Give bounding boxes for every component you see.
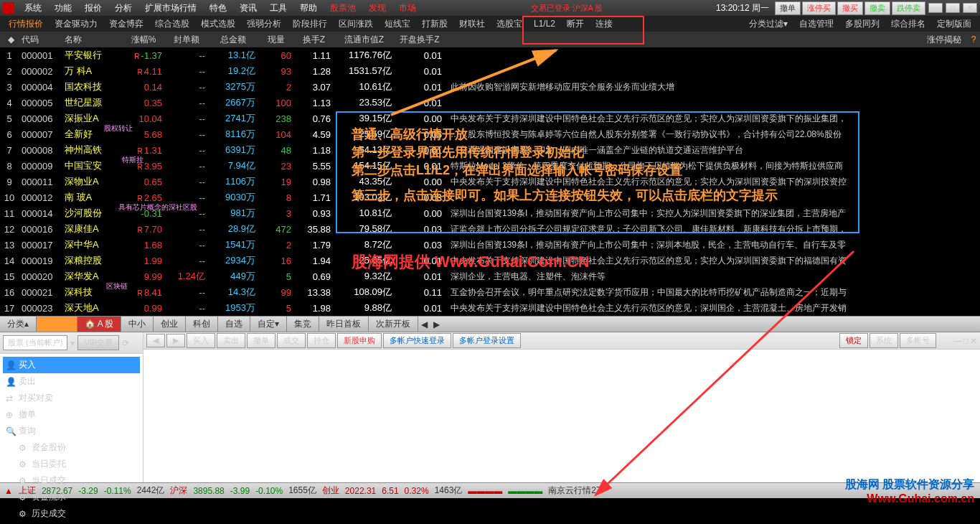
help-icon[interactable]: ?: [967, 34, 980, 45]
tab-财联社[interactable]: 财联社: [453, 18, 491, 30]
tab-强弱分析[interactable]: 强弱分析: [241, 18, 287, 30]
btab-中小[interactable]: 中小: [121, 317, 154, 332]
btab-科创[interactable]: 科创: [186, 317, 218, 332]
tab-打新股[interactable]: 打新股: [416, 18, 453, 30]
tab-L1/L2[interactable]: L1/L2: [528, 19, 561, 29]
table-row[interactable]: 16 000021 深科技 R8.41 -- 14.3亿 99 13.38 10…: [0, 284, 980, 300]
scroll-right-icon[interactable]: ▶: [430, 319, 443, 329]
menu-发现[interactable]: 发现: [363, 2, 392, 14]
btab-昨日首板[interactable]: 昨日首板: [319, 317, 369, 332]
tab-断开[interactable]: 断开: [561, 18, 590, 30]
index-name[interactable]: 上证: [19, 485, 36, 497]
table-row[interactable]: 13 000017 深中华A 1.68 -- 1541万 2 1.79 8.72…: [0, 237, 980, 253]
table-row[interactable]: 2 000002 万 科A R4.11 -- 19.2亿 93 1.28 153…: [0, 63, 980, 79]
topbtn-涨停买[interactable]: 涨停买: [802, 1, 836, 15]
menu-功能[interactable]: 功能: [49, 2, 77, 14]
col-secret[interactable]: 涨停揭秘: [917, 34, 967, 46]
col-turn[interactable]: 换手Z: [294, 34, 334, 46]
table-row[interactable]: 15 000020 深华发A 9.99 1.24亿 449万 5 0.69 9.…: [0, 268, 980, 284]
index-name[interactable]: 沪深: [170, 485, 187, 497]
tree-资金股份[interactable]: ⚙资金股份: [16, 439, 140, 456]
table-row[interactable]: 8 000009 中国宝安 R3.95 -- 7.94亿 23 5.55 154…: [0, 158, 980, 174]
rtab-定制版面[interactable]: 定制版面: [931, 18, 977, 30]
maximize-icon[interactable]: □: [946, 3, 960, 13]
tree-当日委托[interactable]: ⚙当日委托: [16, 456, 140, 472]
tree-撤单[interactable]: ⊕撤单: [3, 406, 140, 423]
tab-模式选股[interactable]: 模式选股: [195, 18, 241, 30]
col-chg[interactable]: 涨幅%: [122, 34, 165, 46]
new-stock-button[interactable]: 新股申购: [337, 333, 382, 348]
col-mcap[interactable]: 流通市值Z: [334, 34, 395, 46]
multi-login-settings-button[interactable]: 多帐户登录设置: [453, 333, 521, 348]
topbtn-跌停卖[interactable]: 跌停卖: [892, 1, 925, 15]
col-seal[interactable]: 封单额: [165, 34, 208, 46]
table-row[interactable]: 4 000005 世纪星源 0.35 -- 2667万 100 1.13 23.…: [0, 95, 980, 111]
col-name[interactable]: 名称: [65, 34, 122, 46]
rtab-综合排名[interactable]: 综合排名: [885, 18, 931, 30]
tab-阶段排行[interactable]: 阶段排行: [287, 18, 333, 30]
rtab-多股同列[interactable]: 多股同列: [839, 18, 885, 30]
table-row[interactable]: 7 000008 神州高铁 R1.31 -- 6391万 48 1.18 54.…: [0, 142, 980, 158]
minimize-icon[interactable]: —: [928, 3, 943, 13]
col-amt[interactable]: 总金额: [208, 34, 258, 46]
btab-集竞[interactable]: 集竞: [287, 317, 319, 332]
table-row[interactable]: 17 000023 深天地A 0.99 -- 1953万 5 1.98 9.88…: [0, 300, 980, 316]
panel-min-icon[interactable]: —: [953, 336, 962, 346]
server-label[interactable]: 南京云行情27: [548, 485, 600, 497]
btab-次新开板[interactable]: 次新开板: [369, 317, 418, 332]
menu-报价[interactable]: 报价: [79, 2, 108, 14]
tab-短线宝[interactable]: 短线宝: [379, 18, 416, 30]
menu-特色[interactable]: 特色: [204, 2, 232, 14]
panel-max-icon[interactable]: □: [963, 336, 969, 346]
tab-category[interactable]: 分类▴: [0, 317, 37, 332]
tbtn-持仓[interactable]: 持仓: [307, 333, 336, 348]
tab-行情报价[interactable]: 行情报价: [3, 18, 49, 30]
tab-资金驱动力[interactable]: 资金驱动力: [49, 18, 103, 30]
topbtn-撤卖[interactable]: 撤卖: [864, 1, 890, 15]
system-button[interactable]: 系统: [870, 333, 898, 348]
btab-创业[interactable]: 创业: [154, 317, 186, 332]
menu-帮助[interactable]: 帮助: [294, 2, 323, 14]
menu-工具[interactable]: 工具: [264, 2, 293, 14]
tbtn-撤单[interactable]: 撤单: [247, 333, 275, 348]
tab-综合选股[interactable]: 综合选股: [149, 18, 195, 30]
btab-短线宝[interactable]: 短线宝: [37, 317, 77, 332]
index-name[interactable]: 创业: [322, 485, 339, 497]
tbtn-卖出[interactable]: 卖出: [217, 333, 245, 348]
btab-自定▾[interactable]: 自定▾: [250, 317, 287, 332]
table-row[interactable]: 14 000019 深粮控股 1.99 -- 2934万 16 1.94 25.…: [0, 253, 980, 268]
rtab-分类过滤▾[interactable]: 分类过滤▾: [743, 18, 793, 30]
tab-区间涨跌[interactable]: 区间涨跌: [333, 18, 379, 30]
table-row[interactable]: 5 000006 深振业A 10.04 -- 2741万 238 0.76 39…: [0, 111, 980, 126]
tbtn-买入[interactable]: 买入: [187, 333, 215, 348]
menu-股票池[interactable]: 股票池: [324, 2, 362, 14]
topbtn-撤买[interactable]: 撤买: [837, 1, 863, 15]
table-row[interactable]: 12 000016 深康佳A R7.70 -- 28.9亿 472 35.88 …: [0, 221, 980, 237]
scroll-left-icon[interactable]: ◀: [418, 319, 430, 329]
tab-资金博弈[interactable]: 资金博弈: [103, 18, 149, 30]
topbtn-撤单[interactable]: 撤单: [775, 1, 801, 15]
dropdown-icon[interactable]: ▾: [70, 338, 75, 348]
multi-account-button[interactable]: 多帐号: [900, 333, 936, 348]
menu-资讯[interactable]: 资讯: [234, 2, 263, 14]
tree-历史成交[interactable]: ⚙历史成交: [16, 505, 140, 522]
tree-对买对卖[interactable]: ⇄对买对卖: [3, 390, 140, 406]
table-row[interactable]: 11 000014 沙河股份 -0.31 -- 981万 3 0.93 10.8…: [0, 205, 980, 221]
menu-分析[interactable]: 分析: [109, 2, 138, 14]
menu-市场[interactable]: 市场: [393, 2, 422, 14]
multi-login-button[interactable]: 多帐户快速登录: [383, 333, 451, 348]
panel-close-icon[interactable]: ✕: [970, 336, 977, 346]
table-row[interactable]: 6 000007 全新好 5.68 -- 8116万 104 4.59 25.5…: [0, 126, 980, 142]
account-selector[interactable]: 股票 (当前帐户): [3, 335, 67, 350]
table-row[interactable]: 10 000012 南 玻A R2.65 -- 9030万 8 1.71 103…: [0, 190, 980, 205]
tree-卖出[interactable]: 👤卖出: [3, 373, 140, 390]
col-open[interactable]: 开盘换手Z: [395, 34, 445, 46]
tree-买入[interactable]: 👤买入: [3, 357, 140, 373]
table-row[interactable]: 9 000011 深物业A 0.65 -- 1106万 19 0.98 43.3…: [0, 174, 980, 190]
tree-查询[interactable]: 🔍查询: [3, 423, 140, 439]
vip-button[interactable]: VIP交易: [77, 335, 119, 350]
tab-连接[interactable]: 连接: [590, 18, 618, 30]
table-row[interactable]: 3 000004 国农科技 0.14 -- 3275万 2 3.07 10.61…: [0, 79, 980, 95]
btab-A 股[interactable]: 🏠 A 股: [77, 317, 121, 332]
btab-自选[interactable]: 自选: [218, 317, 250, 332]
